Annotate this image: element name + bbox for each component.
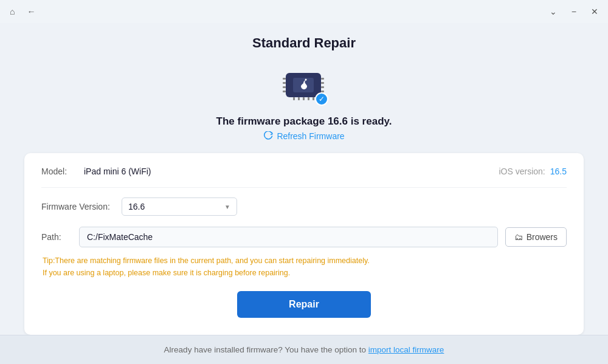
svg-rect-12: [298, 97, 300, 100]
select-arrow-icon: ▼: [224, 204, 230, 210]
svg-rect-11: [293, 97, 295, 100]
model-label: Model:: [41, 167, 78, 176]
back-button[interactable]: ←: [24, 5, 38, 18]
import-firmware-link[interactable]: import local firmware: [368, 345, 444, 354]
model-value: iPad mini 6 (WiFi): [84, 167, 151, 176]
repair-button[interactable]: Repair: [237, 291, 371, 318]
model-row: Model: iPad mini 6 (WiFi) iOS version: 1…: [41, 167, 567, 176]
svg-rect-6: [283, 91, 286, 92]
svg-rect-5: [283, 86, 286, 88]
page-title: Standard Repair: [252, 35, 356, 51]
tip-line2: If you are using a laptop, please make s…: [43, 267, 567, 279]
footer-text: Already have installed firmware? You hav…: [164, 345, 366, 354]
titlebar-left: ⌂ ←: [7, 5, 38, 18]
ios-value: 16.5: [550, 167, 567, 176]
browse-label: Browers: [527, 232, 558, 242]
folder-icon: 🗂: [514, 232, 523, 242]
refresh-firmware-link[interactable]: Refresh Firmware: [277, 131, 344, 141]
svg-rect-8: [321, 82, 324, 84]
check-badge: ✓: [315, 92, 328, 106]
svg-rect-14: [308, 97, 309, 100]
firmware-version-row: Firmware Version: 16.6 ▼: [41, 197, 567, 216]
chevron-button[interactable]: ⌄: [547, 5, 559, 18]
tip-line1: Tip:There are matching firmware files in…: [43, 255, 567, 267]
device-icon-area: ✓: [280, 62, 328, 107]
browse-button[interactable]: 🗂 Browers: [505, 227, 567, 247]
minimize-button[interactable]: −: [569, 5, 579, 18]
main-content: Standard Repair ✓: [0, 23, 608, 335]
svg-rect-7: [321, 78, 324, 80]
path-row: Path: 🗂 Browers: [41, 227, 567, 247]
svg-rect-3: [283, 78, 286, 80]
footer: Already have installed firmware? You hav…: [0, 335, 608, 364]
divider: [41, 187, 567, 188]
path-label: Path:: [41, 232, 72, 242]
titlebar: ⌂ ← ⌄ − ✕: [0, 0, 608, 23]
tip-text: Tip:There are matching firmware files in…: [41, 255, 567, 279]
info-card: Model: iPad mini 6 (WiFi) iOS version: 1…: [24, 153, 584, 335]
svg-rect-9: [321, 86, 324, 88]
firmware-version-value: 16.6: [128, 202, 145, 211]
ios-row-right: iOS version: 16.5: [499, 167, 567, 176]
firmware-version-select[interactable]: 16.6 ▼: [122, 197, 237, 216]
model-left: Model: iPad mini 6 (WiFi): [41, 167, 151, 176]
path-input[interactable]: [79, 227, 498, 247]
home-button[interactable]: ⌂: [7, 5, 17, 18]
firmware-ready-text: The firmware package 16.6 is ready.: [216, 115, 392, 128]
svg-rect-15: [313, 97, 314, 100]
svg-rect-13: [303, 97, 305, 100]
close-button[interactable]: ✕: [589, 5, 601, 18]
svg-point-2: [305, 79, 307, 81]
refresh-link-row[interactable]: Refresh Firmware: [263, 131, 344, 141]
ios-label: iOS version:: [499, 167, 545, 176]
refresh-icon: [263, 131, 273, 141]
svg-rect-4: [283, 82, 286, 84]
firmware-version-label: Firmware Version:: [41, 202, 114, 211]
titlebar-right: ⌄ − ✕: [547, 5, 601, 18]
